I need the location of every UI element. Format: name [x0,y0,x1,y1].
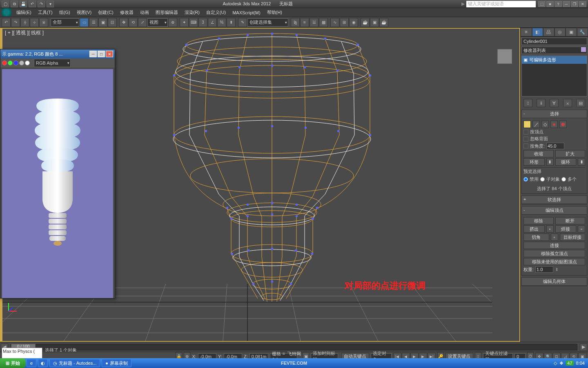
channel-mono-icon[interactable] [25,61,30,65]
menu-help[interactable]: 帮助(H) [265,9,285,16]
viewport-label[interactable]: [ + ][ 透视 ][ 线框 ] [5,29,44,36]
qat-redo-icon[interactable]: ↷ [38,1,45,7]
window-crossing-icon[interactable]: ⊡ [108,18,117,27]
remove-unused-map-button[interactable]: 移除未使用的贴图顶点 [523,258,585,265]
tab-motion-icon[interactable]: ◎ [555,28,566,36]
info-icon[interactable]: ⬚ [538,1,546,7]
system-tray[interactable]: ◇ ❖ 47 8:04 [550,361,588,366]
material-editor-icon[interactable]: ◉ [349,18,358,27]
qat-more-icon[interactable]: ▾ [47,1,54,7]
edge-level-icon[interactable]: ／ [532,121,540,128]
modifier-list-combo[interactable]: 修改器列表▾ [521,47,587,54]
help-search-input[interactable]: 键入关键字或短语 [466,1,536,7]
preview-subobj-radio[interactable]: 子对象 [540,176,560,182]
minimize-button[interactable]: ─ [563,1,570,7]
weight-spinner[interactable]: 1.0 [535,266,553,273]
preview-off-radio[interactable]: 禁用 [523,176,539,182]
polygon-level-icon[interactable]: ■ [550,121,558,128]
pin-stack-icon[interactable]: ⟟ [523,99,532,107]
loop-button[interactable]: 循环 [555,158,577,166]
taskbar-item-3dsmax[interactable]: ◷ 无标题 - Autodes... [49,359,100,367]
chamfer-button[interactable]: 切角 [523,233,549,241]
redo-icon[interactable]: ↷ [11,18,20,27]
menu-create[interactable]: 创建(C) [96,9,116,16]
viewcube-icon[interactable] [497,49,512,64]
ring-button[interactable]: 环形 [523,158,545,166]
configure-sets-icon[interactable]: ▤ [576,99,585,107]
graphite-icon[interactable]: ▦ [319,18,328,27]
menu-graph-editors[interactable]: 图形编辑器 [153,9,180,16]
channel-blue-icon[interactable] [13,61,18,65]
render-maximize-button[interactable]: □ [98,51,105,57]
render-frame-icon[interactable]: ▣ [370,18,379,27]
remove-modifier-icon[interactable]: ⨉ [563,99,572,107]
select-by-name-icon[interactable]: ☰ [89,18,98,27]
percent-snap-icon[interactable]: % [217,18,226,27]
channel-red-icon[interactable] [2,61,7,65]
quicklaunch-app-icon[interactable]: ◐ [38,359,48,367]
weld-button[interactable]: 焊接 [555,225,577,233]
menu-customize[interactable]: 自定义(U) [204,9,228,16]
menu-animation[interactable]: 动画 [138,9,151,16]
show-end-result-icon[interactable]: ⅱ [537,99,546,107]
object-color-swatch[interactable] [581,47,586,52]
render-close-button[interactable]: ✕ [106,51,113,57]
render-minimize-button[interactable]: ─ [89,51,97,57]
by-angle-checkbox[interactable]: 按角度: 45.0 [523,143,585,149]
render-frame-window[interactable]: 示 gamma: 2.2, RGB 颜色 8 ... ─ □ ✕ RGB Alp… [0,49,115,298]
angle-snap-icon[interactable]: ∠ [208,18,217,27]
align-icon[interactable]: ≡ [300,18,309,27]
menu-views[interactable]: 视图(V) [74,9,94,16]
rollout-soft-selection-header[interactable]: +软选择 [522,196,587,204]
menu-maxscript[interactable]: MAXScript(M) [230,9,263,16]
channel-alpha-icon[interactable] [19,61,24,65]
bind-spacewarp-icon[interactable]: ※ [39,18,48,27]
rollout-edit-geometry-header[interactable]: 编辑几何体 [522,278,587,286]
break-button[interactable]: 断开 [555,217,586,224]
keyboard-shortcut-icon[interactable]: ⌨ [189,18,198,27]
qat-new-icon[interactable]: ▢ [2,1,9,7]
selection-filter-combo[interactable]: 全部 [51,18,79,27]
shrink-button[interactable]: 收缩 [523,150,554,157]
close-button[interactable]: ✕ [579,1,586,7]
rollout-edit-vertices-header[interactable]: -编辑顶点 [522,206,587,215]
use-pivot-icon[interactable]: ⊕ [168,18,177,27]
tray-icon[interactable]: ◇ [554,361,557,366]
make-unique-icon[interactable]: ∀ [550,99,559,107]
tab-utilities-icon[interactable]: 🔧 [577,28,588,36]
element-level-icon[interactable]: ⬢ [559,121,567,128]
schematic-view-icon[interactable]: ⊞ [340,18,349,27]
render-icon[interactable]: ☕ [379,18,388,27]
named-selection-combo[interactable]: 创建选择集 [247,18,288,27]
menu-group[interactable]: 组(G) [57,9,73,16]
tab-display-icon[interactable]: ▣ [566,28,577,36]
extrude-settings-button[interactable]: ▫ [546,225,554,233]
qat-save-icon[interactable]: 💾 [20,1,27,7]
tray-icon-2[interactable]: ❖ [559,361,564,366]
link-icon[interactable]: ⟠ [20,18,29,27]
ref-coord-combo[interactable]: 视图 [147,18,168,27]
mirror-icon[interactable]: ⧎ [291,18,300,27]
layers-icon[interactable]: ☱ [310,18,318,27]
tab-create-icon[interactable]: ✳ [521,28,532,36]
menu-modifiers[interactable]: 修改器 [118,9,136,16]
select-object-icon[interactable]: ▭ [80,18,89,27]
scale-icon[interactable]: ⤢ [138,18,147,27]
target-weld-button[interactable]: 目标焊接 [560,233,586,241]
maximize-button[interactable]: ❐ [571,1,578,7]
menu-tools[interactable]: 工具(T) [36,9,55,16]
modifier-item[interactable]: ▣ 可编辑多边形 [522,56,587,64]
by-vertex-checkbox[interactable]: 按顶点 [523,129,585,135]
unlink-icon[interactable]: ⟡ [30,18,39,27]
move-icon[interactable]: ✥ [119,18,128,27]
time-slider-next-icon[interactable]: ▶ [580,343,587,351]
app-menu-icon[interactable] [2,8,11,16]
manipulate-icon[interactable]: ✦ [180,18,189,27]
vertex-level-icon[interactable]: ∴ [523,121,531,128]
render-setup-icon[interactable]: ☕ [361,18,370,27]
ignore-backfacing-checkbox[interactable]: 忽略背面 [523,136,585,142]
extrude-button[interactable]: 挤出 [523,225,545,233]
menu-edit[interactable]: 编辑(E) [14,9,34,16]
border-level-icon[interactable]: ◇ [541,121,549,128]
rotate-icon[interactable]: ⟲ [129,18,138,27]
